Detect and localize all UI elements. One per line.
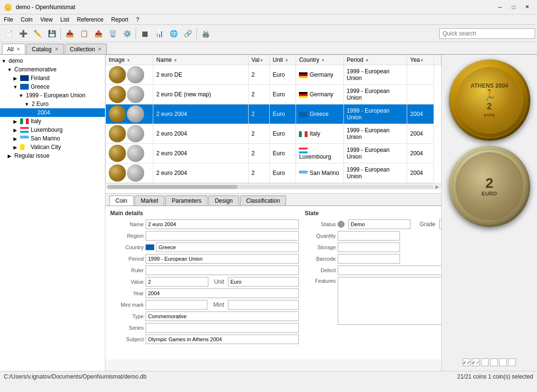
expand-demo[interactable]: ▼ — [1, 58, 7, 64]
col-name[interactable]: Name ▼ — [153, 55, 249, 65]
region-input[interactable] — [146, 231, 299, 241]
delete-button[interactable]: 🗑️ — [106, 27, 119, 40]
menu-file[interactable]: File — [0, 15, 17, 24]
search-input[interactable] — [439, 28, 535, 39]
col-image[interactable]: Image ▼ — [106, 55, 153, 65]
checkbox-4[interactable] — [490, 358, 498, 366]
checkbox-3[interactable] — [481, 358, 489, 366]
tree-item-commemorative[interactable]: ▼ Commemorative — [0, 65, 105, 74]
toolbar-sep-2 — [136, 28, 136, 39]
col-period[interactable]: Period ▼ — [343, 55, 407, 65]
table-view-button[interactable]: ▦ — [138, 27, 151, 40]
tree-item-1999eu[interactable]: ▼ 1999 - European Union — [0, 91, 105, 100]
export-list-button[interactable]: 📋 — [77, 27, 91, 40]
edit-button[interactable]: ✏️ — [31, 27, 44, 40]
expand-greece[interactable]: ▼ — [12, 84, 18, 90]
country-input[interactable] — [156, 242, 299, 252]
tab-catalog-close[interactable]: ✕ — [55, 46, 58, 52]
tab-collection-close[interactable]: ✕ — [98, 46, 102, 52]
minimize-button[interactable]: ─ — [494, 2, 506, 12]
tree-item-2004[interactable]: 2004 — [0, 108, 105, 117]
subject-input[interactable] — [146, 334, 299, 344]
quantity-input[interactable] — [338, 231, 400, 241]
menu-report[interactable]: Report — [107, 15, 132, 24]
detail-tab-classification[interactable]: Classification — [240, 196, 286, 206]
new-file-button[interactable]: 📄 — [2, 27, 15, 40]
export-button[interactable]: 📤 — [91, 27, 105, 40]
menu-view[interactable]: View — [36, 15, 57, 24]
close-button[interactable]: ✕ — [521, 2, 533, 12]
tree-item-demo[interactable]: ▼ demo — [0, 57, 105, 65]
storage-input[interactable] — [338, 242, 400, 252]
luxembourg-flag-icon — [20, 127, 29, 133]
tree-item-finland[interactable]: ▶ Finland — [0, 74, 105, 82]
barcode-input[interactable] — [338, 254, 400, 264]
tree-item-luxembourg[interactable]: ▶ Luxembourg — [0, 126, 105, 134]
table-row[interactable]: 2 euro 20042EuroItaly1999 - European Uni… — [106, 124, 441, 144]
mint-input[interactable] — [228, 300, 299, 310]
expand-2euro[interactable]: ▼ — [24, 102, 30, 107]
checkbox-2[interactable]: ✓ — [472, 358, 480, 366]
settings-button[interactable]: ⚙️ — [120, 27, 134, 40]
table-row[interactable]: 2 euro 20042EuroGreece1999 - European Un… — [106, 104, 441, 124]
name-input[interactable] — [146, 219, 299, 229]
expand-luxembourg[interactable]: ▶ — [12, 127, 18, 133]
tree-item-2euro[interactable]: ▼ 2 Euro — [0, 100, 105, 108]
expand-italy[interactable]: ▶ — [12, 119, 18, 124]
value-input[interactable] — [146, 277, 208, 287]
year-input[interactable] — [146, 288, 299, 298]
expand-finland[interactable]: ▶ — [12, 76, 18, 81]
ruler-input[interactable] — [146, 265, 299, 275]
detail-tab-design[interactable]: Design — [208, 196, 239, 206]
expand-1999eu[interactable]: ▼ — [18, 93, 24, 98]
period-input[interactable] — [146, 254, 299, 264]
print-button[interactable]: 🖨️ — [199, 27, 212, 40]
table-row[interactable]: 2 euro DE (new map)2EuroGermany1999 - Eu… — [106, 85, 441, 104]
table-row[interactable]: 2 euro 20042EuroLuxembourg1999 - Europea… — [106, 144, 441, 163]
maximize-button[interactable]: □ — [507, 2, 520, 12]
features-textarea[interactable] — [338, 277, 441, 325]
col-country[interactable]: Country ▼ — [296, 55, 343, 65]
menu-coin[interactable]: Coin — [17, 15, 36, 24]
unit-input[interactable] — [228, 277, 299, 287]
globe-view-button[interactable]: 🌐 — [167, 27, 180, 40]
tab-all[interactable]: All ✕ — [2, 44, 25, 54]
detail-tab-parameters[interactable]: Parameters — [165, 196, 207, 206]
tree-item-greece[interactable]: ▼ Greece — [0, 82, 105, 91]
menu-help[interactable]: ? — [132, 15, 143, 24]
type-input[interactable] — [146, 311, 299, 321]
col-year[interactable]: Yea▼ — [407, 55, 434, 65]
expand-sanmarino[interactable]: ▶ — [12, 136, 18, 141]
tree-item-vaticancity[interactable]: ▶ Vatican City — [0, 143, 105, 151]
detail-tab-market[interactable]: Market — [135, 196, 165, 206]
tab-all-close[interactable]: ✕ — [16, 46, 20, 52]
detail-tab-coin[interactable]: Coin — [109, 196, 134, 206]
tree-item-regularissue[interactable]: ▶ Regular issue — [0, 151, 105, 160]
tree-vaticancity-label: Vatican City — [31, 144, 61, 150]
status-input[interactable] — [348, 219, 411, 229]
col-unit[interactable]: Unit ▼ — [270, 55, 296, 65]
menu-reference[interactable]: Reference — [73, 15, 107, 24]
series-input[interactable] — [146, 323, 299, 333]
col-value[interactable]: Val▼ — [249, 55, 270, 65]
save-button[interactable]: 💾 — [45, 27, 58, 40]
link-view-button[interactable]: 🔗 — [181, 27, 194, 40]
chart-view-button[interactable]: 📊 — [152, 27, 166, 40]
tab-collection[interactable]: Collection ✕ — [65, 44, 107, 54]
expand-vaticancity[interactable]: ▶ — [12, 145, 18, 150]
checkbox-5[interactable] — [499, 358, 507, 366]
checkbox-1[interactable]: ✓ — [463, 358, 470, 366]
tree-item-italy[interactable]: ▶ Italy — [0, 117, 105, 126]
tab-catalog[interactable]: Catalog ✕ — [26, 44, 63, 54]
mintmark-input[interactable] — [146, 300, 207, 310]
checkbox-6[interactable] — [508, 358, 516, 366]
add-button[interactable]: ➕ — [16, 27, 30, 40]
expand-commemorative[interactable]: ▼ — [7, 67, 12, 72]
menu-list[interactable]: List — [57, 15, 73, 24]
import-button[interactable]: 📥 — [63, 27, 76, 40]
defect-input[interactable] — [338, 265, 441, 275]
expand-regularissue[interactable]: ▶ — [7, 153, 12, 159]
tree-item-sanmarino[interactable]: ▶ San Marino — [0, 134, 105, 143]
table-row[interactable]: 2 euro 20042EuroSan Marino1999 - Europea… — [106, 163, 441, 183]
table-row[interactable]: 2 euro DE2EuroGermany1999 - European Uni… — [106, 65, 441, 85]
